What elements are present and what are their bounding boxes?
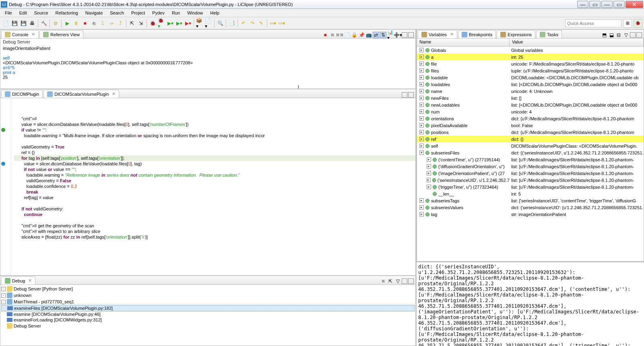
menu-run[interactable]: Run	[169, 10, 183, 16]
setnext-icon[interactable]: ⇲	[137, 19, 145, 27]
minimize-icon[interactable]	[630, 32, 636, 38]
console-icon	[5, 32, 10, 37]
tab-breakpoints[interactable]: Breakpoints	[458, 30, 496, 38]
close-icon[interactable]: ✕	[31, 32, 35, 37]
menu-refactoring[interactable]: Refactoring	[52, 10, 81, 16]
toggle-mark-icon[interactable]: 📑	[228, 19, 236, 27]
debug-perspective-icon[interactable]: 🐞	[634, 19, 642, 28]
vars-menu-icon[interactable]: ▽	[623, 32, 629, 38]
run-icon[interactable]: ▶▾	[166, 19, 174, 27]
menu-file[interactable]: File	[2, 10, 15, 16]
tab-variables[interactable]: Variables✕	[418, 30, 457, 38]
next-annot-icon[interactable]: ↷	[248, 19, 256, 27]
save-icon[interactable]: 💾	[10, 19, 19, 27]
debug-skip-icon[interactable]: ⊘	[52, 19, 60, 27]
back-icon[interactable]: ⇦▾	[269, 19, 277, 27]
pin-icon[interactable]: 📌	[358, 32, 365, 38]
menu-pydev[interactable]: Pydev	[149, 10, 168, 16]
tab-debug[interactable]: Debug✕	[1, 276, 35, 284]
stepover-icon[interactable]: ⤼	[107, 19, 116, 27]
tab-tasks[interactable]: Tasks	[536, 30, 562, 38]
separator	[226, 19, 226, 27]
menu-help[interactable]: Help	[207, 10, 223, 16]
debug-remove-icon[interactable]: ✖	[380, 278, 386, 284]
bug-icon[interactable]: 🐞▾	[157, 19, 165, 27]
debug-panel: Debug✕ ✖ ⇱ ▽ -Debug Server [Python Serve…	[0, 276, 416, 346]
removeall-icon[interactable]: ✖✖	[336, 32, 343, 38]
display-icon[interactable]: 📺	[365, 32, 372, 38]
menu-navigate[interactable]: Navigate	[82, 10, 106, 16]
tab-dicomplugin[interactable]: DICOMPlugin	[1, 90, 43, 98]
tab-dicomscalar[interactable]: DICOMScalarVolumePlugin✕	[43, 90, 119, 98]
variable-detail[interactable]: dict: {('seriesInstanceUID', u'1.2.246.3…	[417, 262, 644, 346]
search-icon[interactable]: 🔍	[216, 19, 224, 27]
maximize-icon[interactable]	[636, 32, 642, 38]
resume-icon[interactable]: ▶	[63, 19, 71, 27]
restore-button[interactable]: ▭	[589, 1, 601, 8]
show-logical-icon[interactable]: ⬓	[608, 32, 615, 38]
open-console-icon[interactable]: 📊▾	[387, 32, 394, 38]
debug-menu-icon[interactable]: ▽	[394, 278, 401, 284]
menu-edit[interactable]: Edit	[16, 10, 30, 16]
tab-referrers[interactable]: Referrers View	[39, 30, 83, 38]
link1-icon[interactable]: ⇄	[373, 32, 379, 38]
newpkg-icon[interactable]: 📦▾	[196, 19, 204, 27]
close-icon[interactable]: ✕	[28, 278, 32, 283]
debug-collapse-icon[interactable]: ⇱	[387, 278, 394, 284]
scroll-lock-icon[interactable]: 🔒	[351, 32, 357, 38]
extrun-icon[interactable]: ▶▾	[184, 19, 192, 27]
new-icon[interactable]: 📄	[2, 19, 10, 27]
maximize-button[interactable]: ▭	[613, 1, 625, 8]
stepinto-icon[interactable]: ⤵	[99, 19, 107, 27]
menu-search[interactable]: Search	[107, 10, 127, 16]
editor-gutter[interactable]	[0, 98, 11, 275]
build-icon[interactable]: 🔨	[40, 19, 48, 27]
maximize-icon[interactable]	[408, 278, 414, 284]
console-output[interactable]: imageOrientationPatient self<DICOMScalar…	[0, 45, 415, 89]
link2-icon[interactable]: ⇅	[380, 32, 386, 38]
remove-icon[interactable]: ✖	[329, 32, 336, 38]
close-button[interactable]: ✕	[625, 1, 643, 8]
terminate-icon[interactable]: ■	[322, 32, 328, 38]
close-icon[interactable]: ✕	[450, 32, 454, 37]
tab-expressions[interactable]: Expressions	[497, 30, 535, 38]
debug-set-icon[interactable]: 🐞	[149, 19, 157, 27]
menubar: File Edit Source Refactoring Navigate Se…	[0, 9, 644, 17]
col-name[interactable]: Name	[417, 39, 510, 46]
clear-icon[interactable]: 📄	[344, 32, 350, 38]
terminate-icon[interactable]: ■	[81, 19, 89, 27]
menu-window[interactable]: Window	[184, 10, 206, 16]
new-console-icon[interactable]: ➕▾	[394, 32, 401, 38]
menu-source[interactable]: Source	[31, 10, 52, 16]
debug-tree[interactable]: -Debug Server [Python Server]-unknown-Ma…	[0, 285, 415, 346]
last-edit-icon[interactable]: ✎	[257, 19, 265, 27]
minimize2-button[interactable]: —	[601, 1, 613, 8]
minimize-icon[interactable]	[402, 32, 407, 38]
col-value[interactable]: Value	[510, 39, 644, 46]
fwd-icon[interactable]: ⇨▾	[278, 19, 286, 27]
minimize-icon[interactable]	[402, 92, 407, 98]
runlast-icon[interactable]: ▶▾	[175, 19, 183, 27]
variables-tree[interactable]: ▸GlobalsGlobal variables▸aint: 25▸fileun…	[417, 47, 644, 261]
close-icon[interactable]: ✕	[112, 91, 116, 97]
maximize-icon[interactable]	[408, 92, 414, 98]
maximize-icon[interactable]	[408, 32, 414, 38]
tab-console[interactable]: Console✕	[1, 30, 39, 38]
suspend-icon[interactable]: ⏸	[72, 19, 80, 27]
prev-edit-icon[interactable]: ↶	[239, 19, 248, 27]
droptoframe-icon[interactable]: ⇱	[128, 19, 136, 27]
show-type-icon[interactable]: ⬒	[601, 32, 607, 38]
menu-project[interactable]: Project	[128, 10, 148, 16]
separator	[50, 19, 50, 27]
editor-body[interactable]: "cmt"># value = slicer.dicomDatabase.fil…	[0, 98, 415, 275]
minimize-button[interactable]: —	[577, 1, 588, 8]
disconnect-icon[interactable]: ⎋	[90, 19, 98, 27]
print-icon[interactable]: 🖶	[28, 19, 36, 27]
minimize-icon[interactable]	[402, 278, 407, 284]
quick-access-input[interactable]	[565, 19, 621, 27]
saveall-icon[interactable]: 💾	[19, 19, 27, 27]
stepreturn-icon[interactable]: ⤴	[116, 19, 124, 27]
newmod-icon[interactable]: 📄▾	[204, 19, 213, 27]
collapse-icon[interactable]: ⊟	[615, 32, 622, 38]
open-perspective-icon[interactable]: ⊞	[623, 19, 632, 28]
